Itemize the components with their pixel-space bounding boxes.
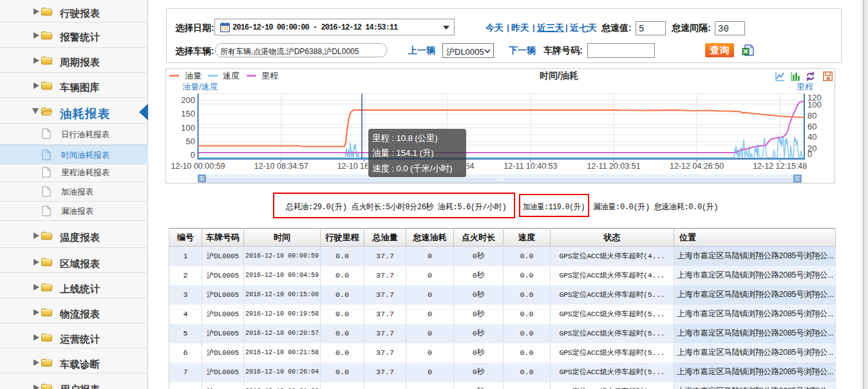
svg-text:12-11 10:40:53: 12-11 10:40:53 xyxy=(504,162,557,171)
svg-text:100: 100 xyxy=(807,100,822,109)
svg-text:80: 80 xyxy=(807,111,816,120)
svg-text:12-12 12:15:48: 12-12 12:15:48 xyxy=(753,162,807,171)
svg-text:0: 0 xyxy=(807,149,812,159)
svg-text:100: 100 xyxy=(181,123,195,133)
svg-text:50: 50 xyxy=(186,137,195,146)
svg-text:里程: 里程 xyxy=(797,82,813,91)
svg-text:150: 150 xyxy=(181,109,195,119)
svg-text:12-10 08:34:57: 12-10 08:34:57 xyxy=(254,162,308,171)
svg-text:时间/油耗: 时间/油耗 xyxy=(540,70,578,81)
svg-text:60: 60 xyxy=(807,122,816,131)
svg-text:12-12 04:26:50: 12-12 04:26:50 xyxy=(670,162,724,171)
svg-text:里程: 里程 xyxy=(261,71,278,81)
svg-text:0: 0 xyxy=(191,150,195,160)
svg-text:40: 40 xyxy=(807,132,816,142)
svg-text:油量/速度: 油量/速度 xyxy=(182,82,218,91)
svg-text:12-11 20:03:51: 12-11 20:03:51 xyxy=(587,162,640,171)
svg-text:油量: 油量 xyxy=(185,71,202,81)
svg-text:200: 200 xyxy=(181,95,195,105)
svg-text:速度: 速度 xyxy=(223,71,240,81)
svg-text:12-10 00:00:59: 12-10 00:00:59 xyxy=(171,162,225,171)
